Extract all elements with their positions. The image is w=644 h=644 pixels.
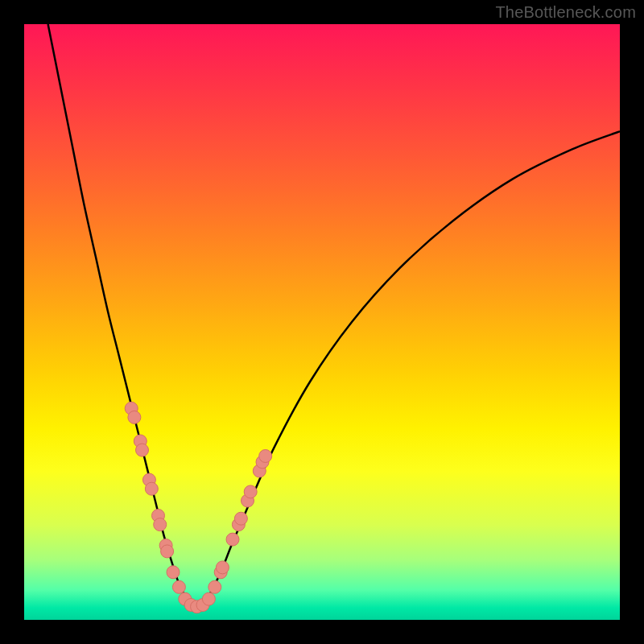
data-marker <box>172 580 185 593</box>
watermark-text: TheBottleneck.com <box>495 3 636 22</box>
data-marker <box>161 545 174 558</box>
data-marker <box>136 444 149 456</box>
chart-frame: TheBottleneck.com <box>0 0 644 644</box>
data-marker <box>216 561 229 574</box>
plot-area <box>24 24 620 620</box>
data-marker <box>154 518 167 531</box>
chart-svg <box>24 24 620 620</box>
data-marker <box>226 533 239 546</box>
data-marker <box>167 566 180 579</box>
data-marker <box>202 592 215 605</box>
data-marker <box>259 450 272 463</box>
data-marker <box>145 482 158 495</box>
bottleneck-curve <box>48 24 620 608</box>
data-marker <box>128 411 141 423</box>
data-marker <box>244 485 257 498</box>
data-marker <box>234 512 247 525</box>
data-markers <box>125 402 272 613</box>
data-marker <box>208 580 221 593</box>
